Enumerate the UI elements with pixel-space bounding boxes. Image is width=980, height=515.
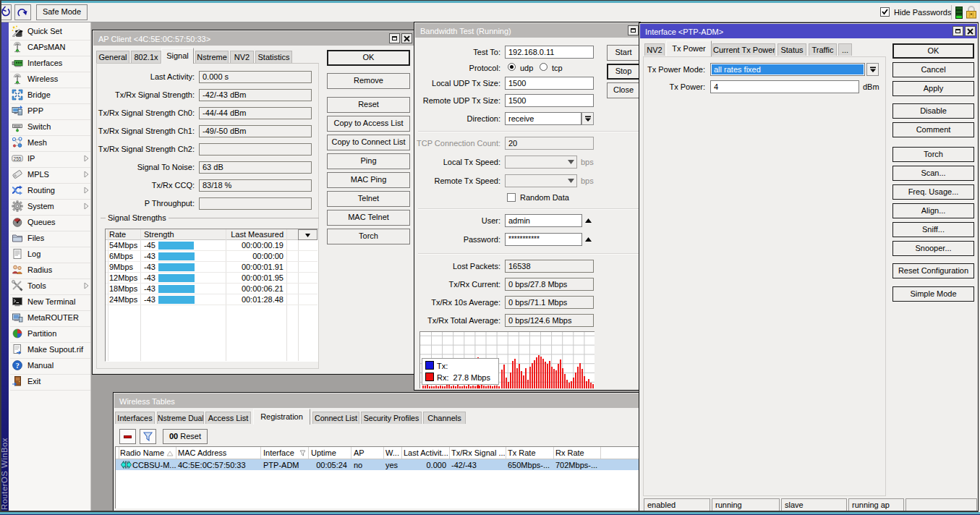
svg-text:?: ? [15, 362, 19, 370]
svg-text:255: 255 [14, 156, 22, 161]
